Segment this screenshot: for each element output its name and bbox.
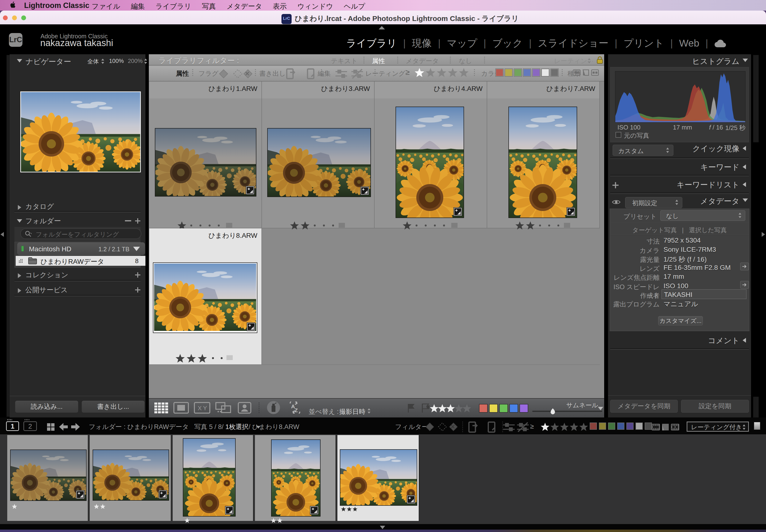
- svg-text:X: X: [198, 405, 202, 411]
- svg-text:Z: Z: [294, 407, 298, 413]
- svg-text:Y: Y: [203, 405, 207, 411]
